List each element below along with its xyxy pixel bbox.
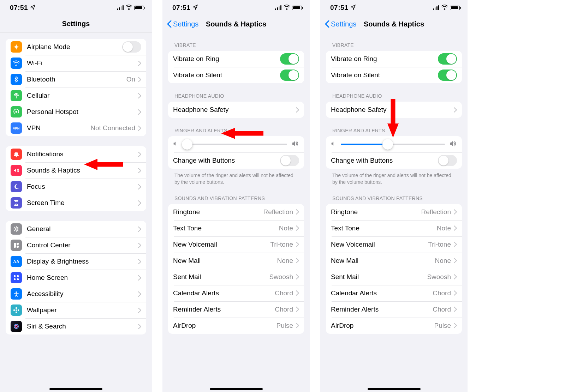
- settings-row[interactable]: Screen Time: [6, 195, 146, 211]
- settings-row[interactable]: Vibrate on Ring: [168, 51, 304, 67]
- volume-slider-row[interactable]: [168, 136, 304, 152]
- settings-row[interactable]: Notifications: [6, 146, 146, 162]
- settings-row[interactable]: Sent MailSwoosh: [326, 269, 462, 285]
- settings-row[interactable]: Sent MailSwoosh: [168, 269, 304, 285]
- settings-row[interactable]: Change with Buttons: [326, 152, 462, 169]
- settings-row[interactable]: Home Screen: [6, 270, 146, 286]
- chevron-right-icon: [454, 307, 457, 312]
- settings-row[interactable]: AirDropPulse: [168, 318, 304, 334]
- location-icon: [30, 4, 36, 12]
- chevron-right-icon: [138, 168, 141, 173]
- settings-group-connectivity: Airplane ModeWi-FiBluetoothOnCellularPer…: [6, 39, 146, 136]
- toggle-switch[interactable]: [280, 53, 299, 65]
- wifi-icon: [126, 4, 132, 12]
- settings-row[interactable]: Airplane Mode: [6, 39, 146, 55]
- settings-row[interactable]: RingtoneReflection: [168, 204, 304, 220]
- cell-signal-icon: [433, 5, 439, 10]
- settings-row[interactable]: Accessibility: [6, 286, 146, 302]
- settings-row[interactable]: Headphone Safety: [326, 102, 462, 118]
- settings-row[interactable]: Personal Hotspot: [6, 104, 146, 120]
- settings-group-general: GeneralControl CenterAADisplay & Brightn…: [6, 221, 146, 334]
- settings-row[interactable]: Siri & Search: [6, 318, 146, 334]
- phone-sounds-haptics-2: 07:51 Settings Sounds & Haptics VIBRATEV…: [320, 0, 468, 392]
- home-indicator: [368, 388, 421, 390]
- settings-row[interactable]: Control Center: [6, 237, 146, 253]
- settings-row[interactable]: Calendar AlertsChord: [326, 285, 462, 301]
- settings-row[interactable]: Wallpaper: [6, 302, 146, 318]
- chevron-right-icon: [296, 242, 299, 247]
- svg-point-17: [16, 312, 17, 313]
- row-label: Change with Buttons: [331, 157, 438, 164]
- chevron-right-icon: [138, 243, 141, 248]
- settings-row[interactable]: AirDropPulse: [326, 318, 462, 334]
- status-time: 07:51: [330, 4, 348, 12]
- row-label: Sent Mail: [173, 273, 269, 281]
- settings-row[interactable]: New MailNone: [326, 253, 462, 269]
- settings-row[interactable]: Headphone Safety: [168, 102, 304, 118]
- toggle-switch[interactable]: [280, 70, 299, 81]
- chevron-right-icon: [296, 307, 299, 312]
- settings-row[interactable]: Vibrate on Ring: [326, 51, 462, 67]
- volume-slider[interactable]: [341, 144, 445, 145]
- svg-rect-2: [14, 152, 18, 156]
- vpn-icon: VPN: [11, 122, 22, 134]
- row-label: Vibrate on Ring: [331, 55, 438, 63]
- settings-row[interactable]: BluetoothOn: [6, 71, 146, 88]
- row-label: Home Screen: [27, 274, 138, 282]
- settings-row[interactable]: AADisplay & Brightness: [6, 253, 146, 270]
- status-bar: 07:51: [162, 0, 310, 16]
- toggle-switch[interactable]: [438, 155, 457, 166]
- settings-row[interactable]: New VoicemailTri-tone: [168, 236, 304, 253]
- toggle-switch[interactable]: [438, 53, 457, 65]
- settings-group-notifications: NotificationsSounds & HapticsFocusScreen…: [6, 146, 146, 211]
- settings-row[interactable]: Sounds & Haptics: [6, 162, 146, 179]
- row-label: Change with Buttons: [173, 157, 280, 164]
- cc-icon: [11, 240, 22, 251]
- chevron-right-icon: [296, 274, 299, 279]
- chevron-right-icon: [454, 242, 457, 247]
- row-label: Vibrate on Silent: [173, 71, 280, 79]
- row-value: Pulse: [434, 322, 451, 330]
- hotspot-icon: [11, 106, 22, 117]
- svg-text:VPN: VPN: [13, 127, 20, 130]
- back-button[interactable]: Settings: [325, 20, 356, 28]
- volume-slider[interactable]: [183, 144, 287, 145]
- settings-row[interactable]: General: [6, 221, 146, 237]
- settings-row[interactable]: Cellular: [6, 88, 146, 104]
- row-label: Headphone Safety: [173, 106, 296, 114]
- toggle-switch[interactable]: [122, 41, 141, 53]
- chevron-right-icon: [454, 107, 457, 113]
- settings-row[interactable]: Change with Buttons: [168, 152, 304, 169]
- group-headphone: Headphone Safety: [326, 102, 462, 118]
- settings-row[interactable]: Text ToneNote: [326, 220, 462, 236]
- settings-row[interactable]: Calendar AlertsChord: [168, 285, 304, 301]
- chevron-right-icon: [454, 225, 457, 231]
- group-vibrate: Vibrate on RingVibrate on Silent: [326, 51, 462, 83]
- toggle-switch[interactable]: [280, 155, 299, 166]
- settings-row[interactable]: VPNVPNNot Connected: [6, 120, 146, 136]
- location-icon: [350, 4, 356, 12]
- settings-row[interactable]: Reminder AlertsChord: [168, 301, 304, 318]
- settings-row[interactable]: Reminder AlertsChord: [326, 301, 462, 318]
- svg-point-4: [16, 156, 17, 157]
- row-label: AirDrop: [173, 322, 276, 330]
- settings-row[interactable]: New MailNone: [168, 253, 304, 269]
- nav-bar: Settings Sounds & Haptics: [162, 16, 310, 32]
- back-button[interactable]: Settings: [167, 20, 198, 28]
- row-label: Ringtone: [173, 208, 263, 216]
- svg-rect-10: [14, 275, 16, 277]
- bell-icon: [11, 149, 22, 160]
- toggle-switch[interactable]: [438, 70, 457, 81]
- settings-row[interactable]: Wi-Fi: [6, 55, 146, 71]
- settings-row[interactable]: Vibrate on Silent: [326, 67, 462, 83]
- settings-row[interactable]: Vibrate on Silent: [168, 67, 304, 83]
- chevron-right-icon: [138, 109, 141, 115]
- settings-row[interactable]: RingtoneReflection: [326, 204, 462, 220]
- row-label: Calendar Alerts: [331, 289, 433, 297]
- volume-slider-row[interactable]: [326, 136, 462, 152]
- settings-row[interactable]: New VoicemailTri-tone: [326, 236, 462, 253]
- settings-row[interactable]: Focus: [6, 179, 146, 195]
- svg-text:AA: AA: [13, 259, 19, 264]
- svg-point-14: [16, 291, 17, 293]
- settings-row[interactable]: Text ToneNote: [168, 220, 304, 236]
